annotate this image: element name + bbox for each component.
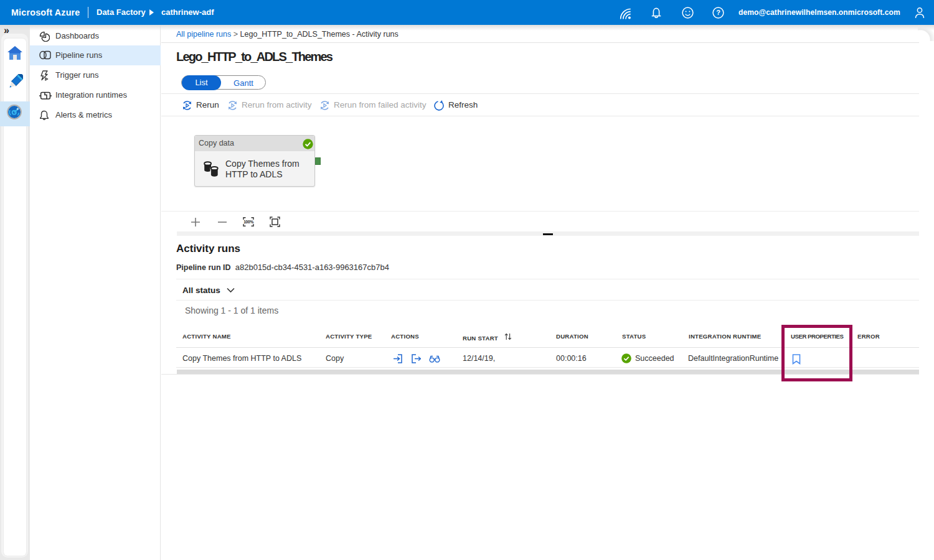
svg-text:?: ? bbox=[716, 9, 720, 16]
svg-text:100%: 100% bbox=[243, 220, 253, 224]
